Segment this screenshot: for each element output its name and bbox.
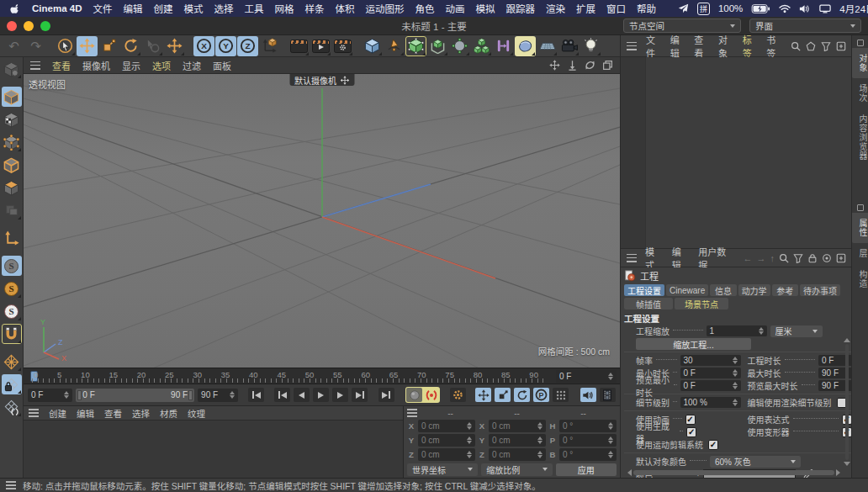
generator-menu[interactable] [427,36,448,56]
volume-icon[interactable] [799,4,811,13]
render-picture-viewer-button[interactable] [310,36,331,56]
light-menu[interactable] [580,36,601,56]
scale-tool[interactable] [98,36,119,56]
model-mode[interactable] [2,87,22,107]
battery-icon[interactable] [751,4,770,13]
render-view-button[interactable] [288,36,310,56]
use-motion-system-checkbox[interactable] [708,440,718,450]
tab-attributes[interactable]: 属性 [852,213,868,243]
record-active-objects-button[interactable] [406,388,422,402]
rotate-tool[interactable] [120,36,141,56]
search-icon[interactable] [791,41,801,51]
menubar-item[interactable]: 扩展 [576,2,595,15]
apply-button[interactable]: 应用 [556,463,617,476]
tab-todo[interactable]: 待办事项 [800,284,840,296]
viewport-orbit-icon[interactable] [585,60,595,71]
home-icon[interactable] [806,41,816,51]
om-menu-item[interactable]: 对象 [718,33,733,60]
tab-objects[interactable]: 对象 [852,48,868,78]
search-icon[interactable] [779,253,789,263]
menubar-item[interactable]: 编辑 [123,2,142,15]
project-scale-field[interactable]: 1 [707,325,767,336]
next-frame-button[interactable] [332,388,348,402]
material-menu-item[interactable]: 纹理 [188,407,205,420]
previous-frame-button[interactable] [294,388,310,402]
key-rotation-toggle[interactable] [514,388,530,402]
menubar-item[interactable]: 模拟 [475,2,495,15]
section-project-settings[interactable]: 工程设置 [624,312,852,325]
material-menu-item[interactable]: 编辑 [77,407,94,420]
goto-start-button[interactable] [248,388,264,402]
tab-takes[interactable]: 场次 [852,78,868,108]
simulation-menu[interactable] [515,36,536,56]
tab-layers[interactable]: 层 [852,243,868,264]
viewport-menu-item[interactable]: 选项 [152,59,171,72]
viewport-pan-icon[interactable] [549,60,560,71]
menubar-item[interactable]: 模式 [183,2,203,15]
filter-icon[interactable] [793,253,803,263]
point-mode[interactable] [2,132,22,152]
volume-menu[interactable] [471,36,492,56]
tab-reference[interactable]: 参考 [772,284,798,296]
add-view-icon[interactable] [836,41,846,51]
viewport-menu-icon[interactable] [30,61,40,70]
minimize-window-button[interactable] [24,21,34,31]
node-space-select[interactable]: 节点空间 [623,19,741,33]
vertical-scrollbar[interactable] [844,338,850,466]
menubar-item[interactable]: 角色 [415,2,434,15]
input-method-indicator[interactable]: 拼 [697,3,710,15]
scale-project-button[interactable]: 缩放工程... [636,338,751,350]
menubar-item[interactable]: 文件 [93,2,112,15]
history-back-icon[interactable]: ← [744,253,753,263]
lock-y-axis-toggle[interactable]: Y [215,36,236,56]
lock-icon[interactable] [807,253,818,263]
menubar-item[interactable]: 渲染 [546,2,565,15]
snap-off-toggle[interactable]: S [2,256,22,276]
menubar-item[interactable]: 跟踪器 [505,2,535,15]
size-mode-select[interactable]: 缩放比例 [481,463,552,476]
timeline-ruler[interactable]: 051015202530354045505560657075808590 0 F [24,368,620,384]
lock-workplane-toggle[interactable] [2,374,22,394]
camera-tag[interactable]: 默认摄像机 [289,74,354,86]
size-x-field[interactable]: 0 cm [489,420,546,432]
om-menu-item[interactable]: 文件 [646,33,661,60]
texture-mode[interactable] [2,109,22,130]
uv-mode[interactable] [2,200,22,220]
menubar-clock[interactable]: 4月24日 周六 00:31 [839,2,868,15]
cursor-share-icon[interactable] [678,3,689,14]
menubar-item[interactable]: 动画 [445,2,464,15]
om-menu-item[interactable]: 编辑 [670,33,685,60]
object-manager-menu-icon[interactable] [627,42,637,50]
edge-mode[interactable] [2,155,22,175]
sound-toggle[interactable] [580,388,596,402]
lod-field[interactable]: 100 % [680,397,741,408]
end-frame-field[interactable]: 90 F [198,389,238,402]
wifi-icon[interactable] [779,4,791,13]
primitive-object-menu[interactable] [362,36,383,56]
om-menu-item[interactable]: 书签 [766,33,781,60]
next-key-button[interactable] [352,388,368,402]
zoom-window-button[interactable] [40,21,50,31]
undo-button[interactable]: ↶ [3,36,24,56]
snap-enable-toggle[interactable]: S [2,278,22,299]
om-menu-item[interactable]: 查看 [694,33,709,60]
viewport-maximize-icon[interactable] [602,60,613,71]
menubar-item[interactable]: 运动图形 [365,2,404,15]
lock-x-axis-toggle[interactable]: X [193,36,214,56]
current-frame-field[interactable]: 0 F [28,389,72,402]
position-y-field[interactable]: 0 cm [418,434,475,447]
perspective-viewport[interactable]: 透视视图 默认摄像机 网格间距 : 500 cm Y Z X [24,74,620,368]
spline-pen-menu[interactable] [384,36,405,56]
position-x-field[interactable]: 0 cm [418,420,475,432]
tab-info[interactable]: 信息 [710,284,736,296]
snap-3d-toggle[interactable]: S [2,301,22,321]
tab-structure[interactable]: 构造 [852,264,868,294]
om-menu-item[interactable]: 标签 [743,33,758,60]
tab-project-settings[interactable]: 工程设置 [624,284,664,296]
viewport-menu-item[interactable]: 显示 [122,59,140,72]
material-menu-item[interactable]: 选择 [132,407,150,420]
default-object-color-select[interactable]: 60% 灰色 [710,456,801,468]
menubar-item[interactable]: 体积 [335,2,354,15]
deformer-menu[interactable] [449,36,470,56]
menubar-item[interactable]: 创建 [153,2,172,15]
